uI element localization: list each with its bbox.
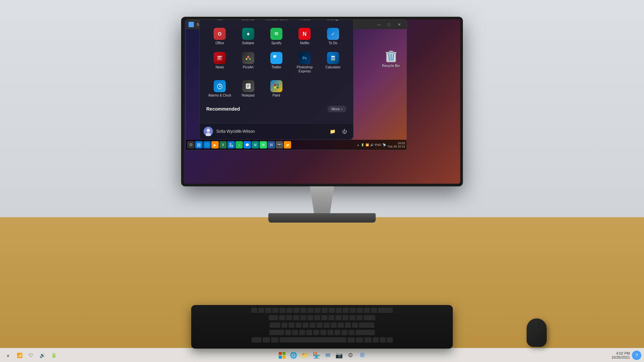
app-item-calculator[interactable]: Calculator (320, 49, 346, 76)
app-item-solitaire[interactable]: ♠Solitaire (234, 25, 261, 48)
key (281, 322, 287, 328)
key (336, 308, 342, 314)
app-item-alarms[interactable]: Alarms & Clock (206, 77, 233, 100)
app-item-store[interactable]: 🛍Microsoft Store (263, 19, 290, 24)
outer-tb-rdp[interactable]: 🖥 (357, 350, 367, 361)
app-item-calendar[interactable]: 1Calendar (234, 19, 261, 24)
app-item-office[interactable]: OOffice (206, 25, 233, 48)
inner-tb-vlc[interactable]: ▶ (211, 141, 219, 148)
inner-tb-store[interactable]: 🏪 (227, 141, 235, 148)
app-item-mail[interactable]: Mail (206, 19, 233, 24)
svg-point-20 (247, 56, 249, 58)
app-icon-todo: ✓ (327, 28, 339, 40)
outer-tb-tray[interactable]: ▲ (3, 350, 13, 361)
app-item-todo[interactable]: ✓To Do (320, 25, 346, 48)
key (341, 330, 347, 336)
inner-tb-messenger[interactable]: 💬 (244, 141, 251, 148)
app-item-twitter[interactable]: Twitter (263, 49, 290, 76)
key (313, 330, 319, 336)
key (350, 308, 356, 314)
inner-tb-word[interactable]: W (268, 141, 275, 148)
monitor: Sofia-PC - Remote Desktop Connection — □… (181, 17, 463, 223)
key (321, 315, 327, 321)
app-icon-office: O (214, 28, 226, 40)
key (314, 315, 320, 321)
inner-tb-capture[interactable]: 📷 (276, 141, 283, 148)
outer-tb-volume[interactable]: 🔊 (37, 350, 48, 361)
outer-tb-settings2[interactable]: ⚙ (345, 350, 356, 361)
inner-tb-folder[interactable]: 📁 (284, 141, 291, 148)
key (265, 308, 271, 314)
outer-tb-network[interactable]: 📶 (14, 350, 25, 361)
key (338, 322, 344, 328)
app-label-netflix: Netflix (300, 41, 309, 45)
inner-tb-whatsapp[interactable]: W (260, 141, 267, 148)
inner-tb-meet[interactable]: M (252, 141, 259, 148)
svg-point-39 (274, 86, 276, 88)
key (279, 308, 285, 314)
recommended-header: Recommended More › (206, 106, 346, 112)
svg-rect-17 (218, 56, 222, 57)
outer-tb-explorer[interactable]: 📁 (300, 350, 310, 361)
outer-tb-battery[interactable]: 🔋 (48, 350, 59, 361)
key (328, 315, 334, 321)
inner-taskbar: ⚙ ⊞ 🌐 ▶ X 🏪 ♫ 💬 M W W (186, 140, 407, 150)
rdp-window[interactable]: Sofia-PC - Remote Desktop Connection — □… (185, 19, 407, 150)
svg-rect-47 (279, 352, 282, 355)
key (293, 308, 300, 314)
app-label-calendar: Calendar (241, 19, 255, 21)
inner-tb-settings[interactable]: ⚙ (187, 141, 195, 148)
inner-tb-spotify[interactable]: ♫ (235, 141, 243, 148)
inner-tb-edge[interactable]: 🌐 (203, 141, 211, 148)
outer-tb-edge[interactable]: 🌐 (288, 350, 299, 361)
key-row-4 (194, 330, 450, 336)
apps-grid: Mail1Calendar🛍Microsoft StorePhotosSetti… (206, 19, 346, 100)
inner-tb-start[interactable]: ⊞ (195, 141, 203, 148)
rdp-close-button[interactable]: ✕ (394, 21, 404, 28)
svg-point-37 (274, 84, 276, 86)
key (371, 308, 377, 314)
inner-taskbar-right: ▲ 🔋 📶 🔊 ENG 📡 16:02 Tue 26 10 21 (357, 141, 405, 148)
outer-taskbar-time: 4:02 PM 10/26/2021 (611, 351, 630, 359)
app-item-netflix[interactable]: NNetflix (291, 25, 318, 48)
app-item-news[interactable]: News (206, 49, 233, 76)
app-item-spotify[interactable]: Spotify (263, 25, 290, 48)
outer-tb-mail[interactable]: ✉ (322, 350, 333, 361)
app-item-paint[interactable]: Paint (263, 77, 290, 100)
inner-tb-excel[interactable]: X (219, 141, 227, 148)
key-row-3 (194, 322, 450, 328)
mouse (527, 318, 547, 347)
app-label-photos: Photos (300, 19, 310, 21)
key-caps (270, 322, 280, 328)
outer-tb-camera[interactable]: 📷 (334, 350, 344, 361)
app-label-settings: Settings (327, 19, 339, 21)
outer-tb-help[interactable]: ? (632, 351, 641, 360)
recycle-bin[interactable]: Recycle Bin (382, 49, 400, 68)
app-item-notepad[interactable]: Notepad (234, 77, 261, 100)
rdp-minimize-button[interactable]: — (374, 21, 384, 28)
more-button[interactable]: More › (327, 106, 346, 112)
svg-rect-48 (282, 352, 285, 355)
app-icon-calculator (327, 52, 339, 64)
user-file-button[interactable]: 📁 (328, 127, 337, 136)
app-label-photoshop: Photoshop Express (292, 65, 317, 73)
svg-rect-19 (218, 59, 221, 59)
outer-tb-store2[interactable]: 🏪 (311, 350, 322, 361)
user-power-button[interactable]: ⏻ (340, 127, 349, 136)
key-row-2 (194, 315, 450, 321)
app-icon-netflix: N (299, 28, 311, 40)
app-item-settings[interactable]: Settings (320, 19, 346, 24)
outer-tb-security[interactable]: 🛡 (25, 350, 36, 361)
app-item-photos[interactable]: Photos (291, 19, 318, 24)
inner-taskbar-left: ⚙ ⊞ 🌐 ▶ X 🏪 ♫ 💬 M W W (187, 141, 291, 148)
app-item-picsart[interactable]: PicsArt (241, 49, 256, 72)
svg-rect-46 (389, 51, 393, 52)
rdp-maximize-button[interactable]: □ (384, 21, 394, 28)
app-item-photoshop[interactable]: PsPhotoshop Express (291, 49, 318, 76)
key (310, 322, 316, 328)
app-label-alarms: Alarms & Clock (208, 94, 231, 98)
outer-tb-start[interactable] (277, 350, 287, 361)
key-shift-right (356, 330, 375, 336)
key (331, 322, 337, 328)
svg-text:♠: ♠ (247, 31, 250, 37)
